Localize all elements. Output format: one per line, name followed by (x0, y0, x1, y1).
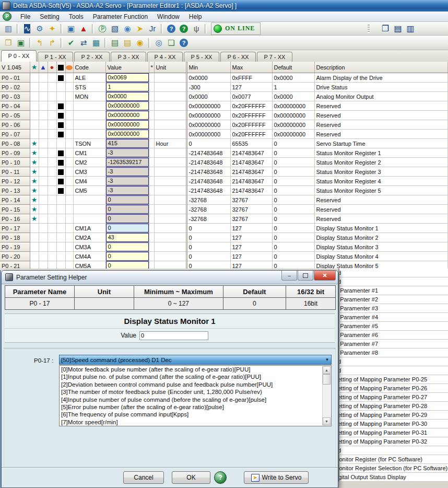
column-header-description[interactable]: Description (314, 62, 448, 73)
row-header[interactable]: P0 - 17 (0, 224, 30, 233)
combo-option[interactable]: [4]Input pulse number of pulse command (… (60, 396, 331, 403)
value-input[interactable]: 0 (106, 195, 149, 204)
row-header[interactable]: P0 - 21 (0, 261, 30, 269)
dialog-help-button[interactable]: ? (214, 471, 227, 484)
value-input[interactable]: 0x00000000 (106, 111, 149, 120)
combo-option[interactable]: [3]The number of motor feedback pulse (E… (60, 388, 331, 396)
menu-setting[interactable]: Setting (35, 12, 64, 21)
menu-parameter-function[interactable]: Parameter Function (88, 12, 152, 21)
column-header-max[interactable]: Max (230, 62, 272, 73)
column-header-code[interactable]: Code (73, 62, 105, 73)
tile-horizontal-icon[interactable]: ▤ (392, 23, 404, 34)
row-header[interactable]: P0 - 13 (0, 186, 30, 195)
compare-parameter-icon[interactable]: ✔ (65, 37, 77, 49)
row-header[interactable]: P0 - 14 (0, 195, 30, 205)
tab-p4-xx[interactable]: P 4 - XX (147, 52, 183, 62)
combo-option[interactable]: [5]Error pulse number (after the scaling… (60, 403, 331, 411)
close-button[interactable]: ✕ (314, 271, 336, 281)
connect-icon[interactable]: ▥ (3, 23, 14, 34)
toolbar-grip[interactable] (368, 25, 370, 33)
oval-filter-header[interactable] (65, 62, 73, 73)
row-header[interactable]: P0 - 03 (0, 92, 30, 101)
value-input[interactable]: 0 (106, 205, 149, 214)
dropdown-scrollbar[interactable]: ▲ ▼ (322, 366, 331, 425)
minimize-button[interactable]: – (281, 271, 297, 281)
open-file-icon[interactable]: ❒ (3, 37, 14, 49)
combo-option[interactable]: [0]Motor feedback pulse number (after th… (60, 366, 331, 373)
write-to-servo-button[interactable]: ➤ Write to Servo (244, 471, 309, 484)
cancel-button[interactable]: Cancel (123, 471, 164, 484)
help-topics-icon[interactable]: ? (178, 37, 190, 49)
row-header[interactable]: P0 - 10 (0, 158, 30, 167)
combo-dropdown-arrow-icon[interactable]: ▼ (323, 357, 331, 362)
star-filter-header[interactable]: ★ (30, 62, 39, 73)
value-input[interactable]: 0x0000 (106, 92, 149, 101)
usb-icon[interactable]: ψ (191, 23, 202, 34)
tab-p3-xx[interactable]: P 3 - XX (111, 52, 146, 62)
row-header[interactable]: P0 - 09 (0, 148, 30, 158)
row-header[interactable]: P0 - 06 (0, 120, 30, 130)
value-input[interactable]: 0 (106, 214, 149, 223)
monitor-type-combobox[interactable]: [50]Speed command (processed) D1 Dec ▼ (59, 355, 332, 365)
value-input[interactable]: -3 (106, 177, 149, 185)
row-header[interactable]: P0 - 16 (0, 214, 30, 224)
value-input[interactable]: -3 (106, 186, 149, 195)
joystick-icon[interactable]: ✦ (46, 23, 58, 34)
dialog-title-bar[interactable]: Parameter Setting Helper – ✕ (2, 271, 338, 284)
row-header[interactable]: P0 - 15 (0, 205, 30, 214)
chart-icon[interactable]: ▧ (109, 23, 121, 34)
scope-icon[interactable]: ∿ (21, 23, 33, 34)
square-filter-header[interactable] (56, 62, 65, 73)
combo-option[interactable]: [7]Motor speed[r/min] (60, 419, 331, 426)
circle-filter-header[interactable]: ● (48, 62, 56, 73)
tab-p6-xx[interactable]: P 6 - XX (220, 52, 256, 62)
value-input[interactable]: 0 (106, 261, 149, 269)
scrollbar-thumb[interactable] (323, 374, 331, 385)
menu-tools[interactable]: Tools (64, 12, 88, 21)
value-input[interactable]: 43 (106, 233, 149, 242)
print-setup-icon[interactable]: ▤ (122, 37, 133, 49)
tab-p2-xx[interactable]: P 2 - XX (74, 52, 110, 62)
menu-window[interactable]: Window (152, 12, 184, 21)
value-input[interactable]: 0 (106, 224, 149, 233)
value-input[interactable]: -3 (106, 167, 149, 176)
menu-file[interactable]: File (16, 12, 35, 21)
ok-button[interactable]: OK (172, 471, 210, 484)
row-header[interactable]: P0 - 04 (0, 101, 30, 111)
lock-icon[interactable]: ◉ (134, 37, 146, 49)
column-header-default[interactable]: Default (272, 62, 314, 73)
value-input[interactable]: -1263539217 (106, 158, 149, 167)
cascade-windows-icon[interactable]: ❐ (380, 23, 391, 34)
parameter-help-icon[interactable]: ? (178, 23, 190, 34)
column-header-unit[interactable]: Unit (154, 62, 186, 73)
restore-button[interactable] (298, 271, 313, 281)
column-header-value[interactable]: Value (105, 62, 149, 73)
row-header[interactable]: P0 - 19 (0, 242, 30, 252)
parameter-editor-icon[interactable]: Ⓟ (97, 23, 108, 34)
scroll-up-icon[interactable]: ▲ (323, 366, 331, 374)
column-header-min[interactable]: Min (186, 62, 230, 73)
document-icon[interactable]: ❏ (166, 37, 177, 49)
tab-p1-xx[interactable]: P 1 - XX (38, 52, 73, 62)
row-header[interactable]: P0 - 20 (0, 252, 30, 261)
row-header[interactable]: P0 - 02 (0, 83, 30, 92)
combo-option[interactable]: [6]The frequency of pulse command input[… (60, 411, 331, 418)
gear-icon[interactable]: ⚙ (34, 23, 45, 34)
row-header[interactable]: P0 - 01 (0, 73, 30, 83)
combo-option[interactable]: [2]Deviation between control command pul… (60, 381, 331, 388)
print-icon[interactable]: ▤ (109, 37, 121, 49)
scroll-down-icon[interactable]: ▼ (323, 417, 331, 425)
value-input[interactable]: 0 (106, 252, 149, 261)
row-header[interactable]: P0 - 05 (0, 111, 30, 120)
value-input[interactable]: 0x00000000 (106, 130, 149, 138)
search-parameter-icon[interactable]: ◎ (153, 37, 164, 49)
copy-parameter-icon[interactable]: ⇄ (78, 37, 89, 49)
row-header[interactable]: P0 - 07 (0, 130, 30, 139)
read-from-servo-icon[interactable]: ↰ (34, 37, 45, 49)
row-header[interactable]: P0 - 11 (0, 167, 30, 177)
value-input[interactable]: -3 (106, 148, 149, 157)
help-icon[interactable]: ? (166, 23, 177, 34)
row-header[interactable]: P0 - 08 (0, 139, 30, 148)
tab-p5-xx[interactable]: P 5 - XX (184, 52, 219, 62)
alarm-icon[interactable]: ▲ (78, 23, 89, 34)
